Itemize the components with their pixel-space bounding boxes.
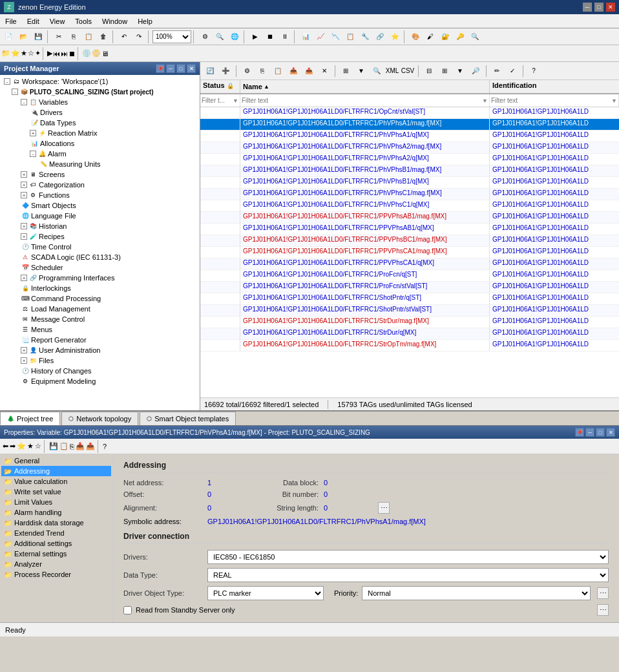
table-row[interactable]: GP1J01H06A1!GP1J01H06A1LD0/FLTRFRC1/StrO…: [200, 340, 619, 352]
table-row[interactable]: GP1J01H06A1!GP1J01H06A1LD0/FLTRFRC1/Shot…: [200, 305, 619, 317]
tree-categorization[interactable]: + 🏷 Categorization: [1, 180, 198, 190]
menu-tools[interactable]: Tools: [70, 16, 97, 26]
read-standby-expand-btn[interactable]: ⋯: [597, 604, 609, 616]
props-item-general[interactable]: 📁 General: [1, 456, 111, 466]
filter-name-icon[interactable]: ▼: [482, 98, 488, 104]
tab-project-tree[interactable]: 🌲 Project tree: [0, 412, 60, 425]
tree-historian[interactable]: + 📚 Historian: [1, 221, 198, 231]
filter-id-input[interactable]: [491, 97, 611, 104]
tb2-icon-5[interactable]: ✦: [35, 49, 41, 58]
props-item-addressing[interactable]: 📂 Addressing: [1, 466, 111, 476]
redo-btn[interactable]: ↷: [132, 30, 146, 44]
tb-icon-7[interactable]: 📊: [299, 30, 313, 44]
grid-accept-btn[interactable]: ✓: [505, 64, 519, 78]
data-type-select[interactable]: REAL: [207, 568, 609, 582]
grid-filter3-btn[interactable]: ⊞: [437, 64, 452, 78]
filter-status-input[interactable]: [202, 97, 233, 104]
props-tb-help[interactable]: ?: [103, 443, 107, 450]
tree-project[interactable]: - 📦 PLUTO_SCALING_SIZING (Start project): [1, 87, 198, 97]
col-id-header[interactable]: Identification: [490, 80, 619, 93]
grid-paste2-btn[interactable]: 📋: [271, 64, 285, 78]
tree-message-control[interactable]: ✉ Message Control: [1, 314, 198, 324]
grid-csv-btn[interactable]: CSV: [401, 64, 415, 78]
props-tb-8[interactable]: ⎘: [70, 443, 74, 450]
tb2-icon-3[interactable]: ★: [21, 49, 27, 58]
tb2-icon-4[interactable]: ☆: [28, 49, 34, 58]
tree-smart-objects[interactable]: 🔷 Smart Objects: [1, 200, 198, 211]
filter-status-icon[interactable]: ▼: [233, 98, 238, 104]
tree-load-management[interactable]: ⚖ Load Management: [1, 304, 198, 314]
grid-add-btn[interactable]: ➕: [218, 64, 233, 78]
tab-smart-object-templates[interactable]: ⬡ Smart Object templates: [140, 412, 236, 425]
expand-workspace[interactable]: -: [4, 78, 10, 85]
table-row[interactable]: GP1J01H06A1!GP1J01H06A1LD0/FLTRFRC1/PPVP…: [200, 224, 619, 235]
expand-pi[interactable]: +: [21, 275, 27, 281]
open-btn[interactable]: 📂: [16, 30, 30, 44]
grid-import-btn[interactable]: 📥: [286, 64, 300, 78]
table-row[interactable]: GP1J01H06A1!GP1J01H06A1LD0/FLTRFRC1/PhVP…: [200, 165, 619, 177]
priority-select[interactable]: Normal: [362, 586, 591, 600]
grid-search-btn[interactable]: 🔍: [370, 64, 384, 78]
expand-project[interactable]: -: [12, 89, 18, 95]
props-item-alarm-handling[interactable]: 📁 Alarm handling: [1, 507, 111, 518]
tb2-icon-10[interactable]: 💿: [82, 49, 91, 58]
props-item-additional-settings[interactable]: 📁 Additional settings: [1, 538, 111, 549]
tb-icon-10[interactable]: 📋: [343, 30, 357, 44]
tree-files[interactable]: + 📁 Files: [1, 355, 198, 366]
table-row[interactable]: GP1J01H06A1!GP1J01H06A1LD0/FLTRFRC1/PhVP…: [200, 119, 619, 131]
col-name-header[interactable]: Name ▲: [240, 80, 490, 93]
tree-variables[interactable]: - 📋 Variables: [1, 97, 198, 107]
maximize-btn[interactable]: □: [594, 3, 603, 12]
panel-minimize-btn[interactable]: ─: [166, 64, 175, 73]
grid-delete2-btn[interactable]: ✕: [317, 64, 331, 78]
tree-report-generator[interactable]: 📃 Report Generator: [1, 335, 198, 345]
tree-recipes[interactable]: + 🧪 Recipes: [1, 231, 198, 242]
drivers-select[interactable]: IEC850 - IEC61850: [207, 550, 609, 564]
expand-alarm[interactable]: -: [30, 151, 36, 157]
tree-reaction-matrix[interactable]: + ⚡ Reaction Matrix: [1, 128, 198, 138]
props-item-harddisk[interactable]: 📁 Harddisk data storage: [1, 518, 111, 528]
props-item-external-settings[interactable]: 📁 External settings: [1, 549, 111, 559]
expand-his[interactable]: +: [21, 223, 27, 229]
expand-screens[interactable]: +: [21, 171, 27, 178]
expand-fn[interactable]: +: [21, 192, 27, 198]
tb2-icon-1[interactable]: 📁: [1, 49, 10, 58]
props-tb-1[interactable]: ⬅: [3, 442, 8, 450]
tree-menus[interactable]: ☰ Menus: [1, 324, 198, 335]
priority-expand-btn[interactable]: ⋯: [597, 587, 609, 599]
tb-icon-15[interactable]: 🖌: [423, 30, 437, 44]
read-standby-checkbox[interactable]: [123, 606, 132, 614]
menu-edit[interactable]: Edit: [22, 16, 45, 26]
table-row[interactable]: GP1J01H06A1!GP1J01H06A1LD0/FLTRFRC1/Shot…: [200, 293, 619, 305]
tb-icon-1[interactable]: ⚙: [198, 30, 212, 44]
tb-icon-2[interactable]: 🔍: [213, 30, 227, 44]
expand-rm[interactable]: +: [30, 130, 36, 136]
tree-scheduler[interactable]: 📅 Scheduler: [1, 262, 198, 273]
tree-functions[interactable]: + ⚙ Functions: [1, 190, 198, 200]
table-row[interactable]: GP1J01H06A1!GP1J01H06A1LD0/FLTRFRC1/PPVP…: [200, 247, 619, 258]
tb-icon-5[interactable]: ⏹: [263, 30, 277, 44]
grid-copy2-btn[interactable]: ⎘: [255, 64, 269, 78]
tree-user-admin[interactable]: + 👤 User Administration: [1, 345, 198, 355]
new-btn[interactable]: 📄: [1, 30, 16, 44]
table-row[interactable]: GP1J01H06A1!GP1J01H06A1LD0/FLTRFRC1/OpCn…: [200, 107, 619, 119]
table-row[interactable]: GP1J01H06A1!GP1J01H06A1LD0/FLTRFRC1/StrD…: [200, 328, 619, 340]
string-length-expand-btn[interactable]: ⋯: [378, 502, 390, 514]
props-tb-7[interactable]: 📋: [59, 442, 68, 450]
tb-icon-18[interactable]: 🔍: [468, 30, 482, 44]
props-item-value-calc[interactable]: 📁 Value calculation: [1, 476, 111, 487]
tree-alarm[interactable]: - 🔔 Alarm: [1, 149, 198, 159]
tree-history[interactable]: 🕐 History of Changes: [1, 366, 198, 376]
props-tb-3[interactable]: ⭐: [17, 442, 26, 450]
expand-ua[interactable]: +: [21, 347, 27, 353]
tree-programming-interfaces[interactable]: + 🔗 Programming Interfaces: [1, 273, 198, 283]
menu-file[interactable]: File: [0, 16, 22, 26]
tb2-icon-8[interactable]: ⏭: [61, 50, 68, 58]
tb2-icon-2[interactable]: ⭐: [11, 49, 20, 58]
tb2-icon-6[interactable]: ▶: [47, 49, 52, 58]
table-row[interactable]: GP1J01H06A1!GP1J01H06A1LD0/FLTRFRC1/PPVP…: [200, 212, 619, 224]
tree-datatypes[interactable]: 📝 Data Types: [1, 118, 198, 128]
tree-equipment-modeling[interactable]: ⚙ Equipment Modeling: [1, 376, 198, 386]
grid-refresh-btn[interactable]: 🔄: [203, 64, 217, 78]
pin-btn[interactable]: 📌: [156, 64, 165, 73]
